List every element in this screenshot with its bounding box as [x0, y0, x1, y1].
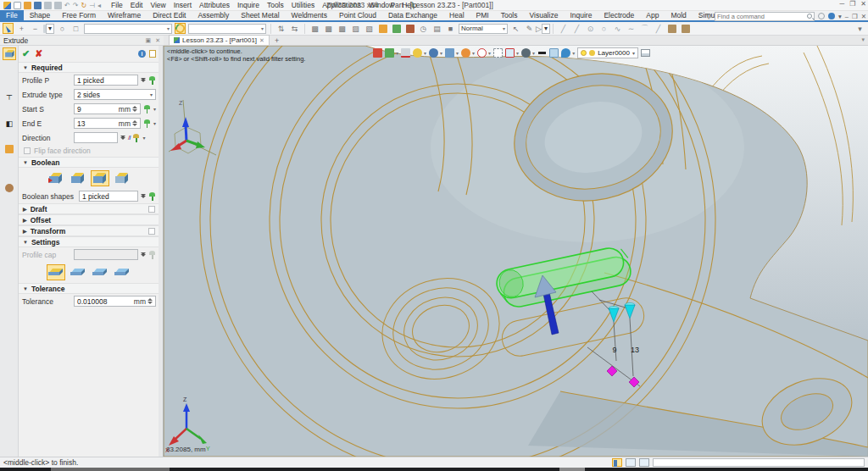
boolean-remove-icon[interactable]: [91, 170, 109, 186]
boolean-base-icon[interactable]: [47, 170, 65, 186]
undo-icon[interactable]: ↶: [64, 2, 70, 9]
transform-checkbox[interactable]: [148, 228, 155, 235]
start-spinner[interactable]: [132, 106, 137, 112]
3d-viewport[interactable]: 9 13 Z: [164, 46, 868, 457]
direction-expand-icon[interactable]: [120, 136, 125, 140]
split-view-icon[interactable]: [639, 458, 649, 467]
section-view-icon[interactable]: [505, 48, 515, 58]
remove-selection-icon[interactable]: −: [30, 23, 41, 34]
tolerance-spinner[interactable]: [147, 298, 153, 304]
new-tab-button[interactable]: +: [275, 36, 279, 45]
section-draft[interactable]: ▶ Draft: [19, 203, 159, 214]
doc-close-button[interactable]: ✕: [861, 13, 866, 20]
status-input[interactable]: [653, 458, 865, 467]
cursor-tool-icon[interactable]: ↖: [510, 23, 521, 34]
ribbon-tab-heal[interactable]: Heal: [443, 10, 470, 21]
tab-list-icon[interactable]: ▾: [861, 36, 865, 43]
open-file-icon[interactable]: [24, 2, 31, 9]
display-mode-icon[interactable]: [445, 48, 454, 58]
info-icon[interactable]: i: [138, 50, 146, 58]
ribbon-tab-electrode[interactable]: Electrode: [598, 10, 640, 21]
section-transform[interactable]: ▶ Transform: [19, 225, 159, 236]
end-spinner[interactable]: [132, 120, 137, 126]
help-dropdown-icon[interactable]: ▾: [838, 13, 842, 20]
package-icon[interactable]: [391, 23, 402, 34]
open-folder-icon[interactable]: [377, 23, 388, 34]
background-color-icon[interactable]: [549, 48, 559, 58]
menu-view[interactable]: View: [150, 1, 165, 9]
panel-close-icon[interactable]: ✕: [155, 37, 160, 44]
ribbon-tab-direct-edit[interactable]: Direct Edit: [147, 10, 192, 21]
role-manager-icon[interactable]: [3, 181, 16, 194]
pick-set-icon[interactable]: □: [70, 23, 81, 34]
boolean-add-icon[interactable]: [69, 170, 87, 186]
pick-from-list-icon[interactable]: [148, 76, 156, 85]
start-pick-icon[interactable]: [143, 105, 151, 114]
toolbar-overflow-icon[interactable]: ▾: [854, 23, 865, 34]
lasso-select-icon[interactable]: ○: [57, 23, 68, 34]
stamp2-icon[interactable]: [680, 23, 691, 34]
select-tool-icon[interactable]: [3, 23, 14, 34]
ok-button[interactable]: ✔: [22, 48, 30, 59]
shade-mode-icon[interactable]: [413, 48, 422, 58]
pin-ribbon-icon[interactable]: ▽: [706, 13, 711, 20]
direction-dropdown-icon[interactable]: ▾: [142, 135, 145, 141]
ribbon-tab-tools[interactable]: Tools: [495, 10, 524, 21]
find-command-input[interactable]: [717, 13, 807, 20]
draft-checkbox[interactable]: [148, 206, 155, 213]
ribbon-tab-app[interactable]: App: [640, 10, 665, 21]
settings-icon[interactable]: [818, 13, 825, 19]
boolean-pick-icon[interactable]: [148, 192, 156, 201]
menu-file[interactable]: File: [111, 1, 123, 9]
polyline-tool-icon[interactable]: ╱: [571, 23, 582, 34]
layer-color-icon[interactable]: [589, 50, 595, 56]
circle-tool-icon[interactable]: ○: [598, 23, 609, 34]
layer-combo[interactable]: Layer0000 ▾: [577, 47, 638, 58]
tab-close-icon[interactable]: ✕: [259, 37, 264, 44]
assembly-manager-icon[interactable]: ◧: [3, 117, 16, 130]
cap-end-icon[interactable]: [91, 264, 109, 280]
picture-filter-icon[interactable]: ▾: [43, 23, 54, 34]
dark-view-icon[interactable]: ■: [445, 23, 456, 34]
cancel-button[interactable]: ✘: [35, 48, 42, 59]
profile-input[interactable]: 1 picked: [74, 75, 138, 86]
history-clock-icon[interactable]: ◷: [418, 23, 429, 34]
new-file-icon[interactable]: [14, 2, 21, 9]
swap-filter-icon[interactable]: [175, 23, 186, 34]
section-offset[interactable]: ▶ Offset: [19, 214, 159, 225]
bounding-box-icon[interactable]: [493, 48, 503, 58]
end-input[interactable]: 13 mm: [74, 118, 141, 129]
direction-pick-icon[interactable]: [132, 134, 140, 142]
end-pick-icon[interactable]: [143, 119, 151, 128]
section-required[interactable]: ▼ Required: [19, 62, 159, 73]
line-tool-icon[interactable]: ╱: [558, 23, 569, 34]
arc-tool-icon[interactable]: ⌒: [639, 23, 650, 34]
menu-edit[interactable]: Edit: [131, 1, 143, 9]
doc-minimize-button[interactable]: –: [845, 13, 849, 20]
sketch-page-icon[interactable]: [149, 50, 156, 58]
ribbon-tab-visualize[interactable]: Visualize: [524, 10, 565, 21]
filter-combo[interactable]: ▾: [84, 24, 172, 34]
view-orient-icon[interactable]: [461, 48, 470, 58]
ribbon-tab-inquire[interactable]: Inquire: [564, 10, 598, 21]
spline-tool-icon[interactable]: ∿: [612, 23, 623, 34]
sound-icon[interactable]: ◂: [97, 2, 101, 9]
end-dropdown-icon[interactable]: ▾: [153, 120, 156, 126]
render-mode-icon[interactable]: [429, 48, 438, 58]
menu-utilities[interactable]: Utilities: [292, 1, 314, 9]
stamp1-icon[interactable]: [666, 23, 677, 34]
cap-both-icon[interactable]: [47, 264, 65, 280]
menu-insert[interactable]: Insert: [174, 1, 192, 9]
regen-icon[interactable]: ↻: [81, 2, 86, 9]
manager-cube-icon[interactable]: [3, 47, 16, 60]
layer-dropdown-icon[interactable]: ▾: [632, 50, 635, 56]
ribbon-tab-pmi[interactable]: PMI: [470, 10, 495, 21]
layer-visibility-icon[interactable]: [581, 50, 587, 56]
combo-dropdown-icon[interactable]: ▾: [150, 91, 153, 97]
import-icon[interactable]: [404, 23, 415, 34]
material-icon[interactable]: [385, 48, 394, 58]
doc-restore-button[interactable]: ❐: [852, 13, 858, 20]
tolerance-input[interactable]: 0.010008 mm: [74, 296, 156, 307]
clipboard1-icon[interactable]: ▩: [309, 23, 320, 34]
section-settings[interactable]: ▼ Settings: [19, 236, 159, 247]
